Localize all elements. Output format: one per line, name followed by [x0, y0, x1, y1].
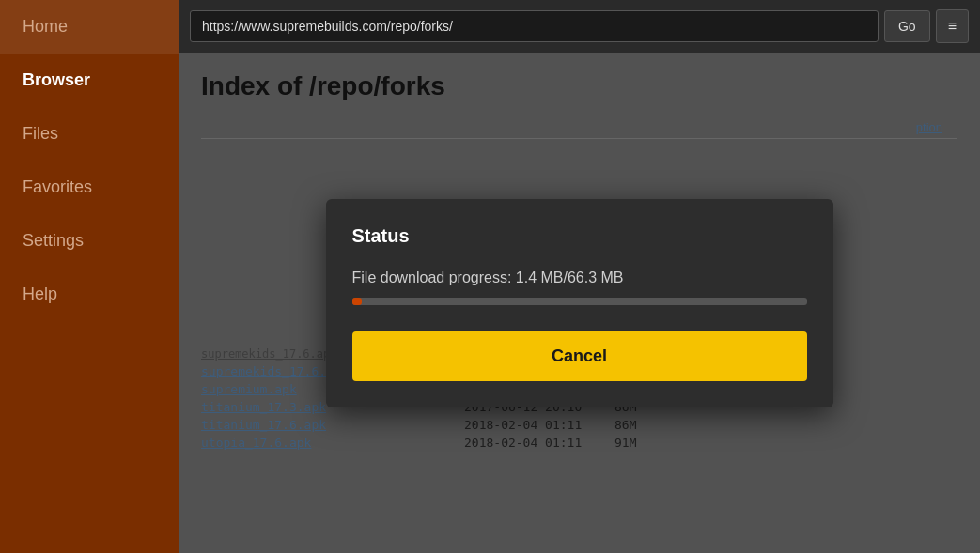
sidebar-item-files[interactable]: Files	[0, 107, 179, 161]
sidebar-item-settings[interactable]: Settings	[0, 214, 179, 268]
modal-title: Status	[352, 225, 807, 247]
sidebar-item-home[interactable]: Home	[0, 0, 179, 54]
sidebar-item-browser[interactable]: Browser	[0, 54, 179, 107]
browser-viewport: Index of /repo/forks ption supremekids_1…	[179, 53, 980, 553]
cancel-button[interactable]: Cancel	[352, 331, 807, 381]
menu-button[interactable]: ≡	[936, 9, 969, 43]
address-bar: Go ≡	[179, 0, 980, 53]
main-area: Go ≡ Index of /repo/forks ption supremek…	[179, 0, 980, 553]
url-input[interactable]	[190, 10, 879, 42]
progress-bar-fill	[352, 298, 362, 305]
go-button[interactable]: Go	[884, 10, 930, 42]
status-modal: Status File download progress: 1.4 MB/66…	[326, 199, 833, 407]
progress-bar-background	[352, 298, 807, 305]
sidebar-item-help[interactable]: Help	[0, 268, 179, 321]
sidebar: Home Browser Files Favorites Settings He…	[0, 0, 179, 553]
sidebar-item-favorites[interactable]: Favorites	[0, 161, 179, 214]
modal-overlay: Status File download progress: 1.4 MB/66…	[179, 53, 980, 553]
progress-text: File download progress: 1.4 MB/66.3 MB	[352, 269, 807, 286]
